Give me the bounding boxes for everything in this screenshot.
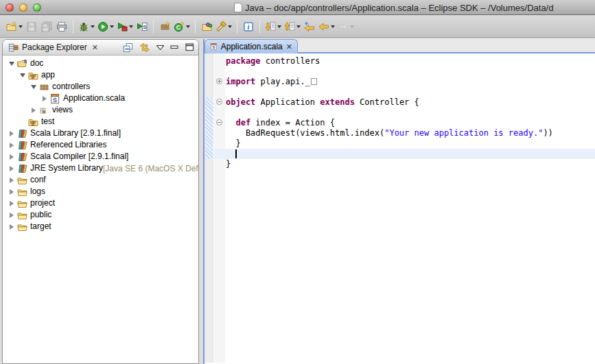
new-java-package-button[interactable] (157, 19, 172, 35)
tree-item-scala[interactable]: Scala Compiler [2.9.1.final] (3, 151, 198, 162)
close-button[interactable] (5, 3, 14, 12)
tree-item-application.scala[interactable]: SApplication.scala (3, 93, 198, 104)
tree-item-public[interactable]: public (3, 209, 198, 221)
tree-item-label: project (30, 197, 55, 209)
collapse-arrow-icon[interactable] (29, 82, 38, 92)
dropdown-arrow-icon[interactable] (277, 25, 281, 28)
tree-item-controllers[interactable]: controllers (3, 81, 198, 93)
tree-item-label: views (52, 104, 73, 116)
tab-package-explorer[interactable]: Package Explorer ✕ (3, 40, 104, 55)
zoom-button[interactable] (33, 3, 41, 12)
toolbar-separator (237, 20, 237, 34)
window-title: Java – doc/app/controllers/Application.s… (234, 2, 595, 13)
tree-item-logs[interactable]: logs (3, 186, 198, 197)
tree-item-views[interactable]: views (3, 104, 198, 116)
tree-item-project[interactable]: project (3, 197, 198, 209)
code-line: } (226, 159, 595, 169)
collapse-arrow-icon[interactable] (7, 59, 16, 69)
tree-item-label: controllers (52, 81, 90, 93)
tree-item-test[interactable]: test (3, 116, 198, 128)
folder-icon (16, 210, 28, 221)
expand-arrow-icon[interactable] (29, 106, 38, 115)
tree-item-target[interactable]: target (3, 221, 198, 232)
dropdown-arrow-icon[interactable] (91, 25, 95, 28)
collapse-fold-icon[interactable] (216, 119, 222, 125)
new-wizard-button[interactable] (4, 19, 24, 35)
expand-arrow-icon[interactable] (7, 187, 16, 197)
code-text[interactable]: package controllersimport play.api._obje… (226, 56, 595, 169)
dropdown-arrow-icon[interactable] (110, 25, 114, 28)
collapse-fold-icon[interactable] (216, 99, 222, 105)
expand-arrow-icon[interactable] (7, 210, 16, 220)
save-icon (26, 21, 37, 32)
svg-text:i: i (248, 23, 250, 31)
close-editor-icon[interactable]: ✕ (286, 43, 292, 51)
expand-fold-icon[interactable] (216, 78, 222, 84)
tree-item-referenced[interactable]: Referenced Libraries (3, 139, 198, 151)
expand-arrow-icon[interactable] (7, 164, 16, 173)
minimize-icon[interactable] (170, 44, 179, 51)
maximize-icon[interactable] (185, 43, 194, 51)
last-edit-icon (304, 21, 315, 32)
new-java-class-button[interactable]: C (172, 19, 191, 35)
expand-arrow-icon[interactable] (7, 199, 16, 208)
svg-text:S: S (23, 58, 27, 63)
dropdown-arrow-icon[interactable] (186, 25, 190, 28)
next-annotation-button[interactable] (264, 19, 283, 35)
tree-item-label: app (41, 69, 55, 81)
tree-item-app[interactable]: app (3, 69, 198, 81)
back-button[interactable] (317, 19, 336, 35)
tab-application-scala[interactable]: S Application.scala ✕ (205, 39, 298, 53)
collapse-all-icon[interactable] (123, 43, 133, 53)
expand-arrow-icon[interactable] (7, 129, 16, 138)
svg-text:S: S (53, 96, 57, 103)
link-with-editor-icon[interactable] (139, 43, 150, 53)
view-menu-icon[interactable] (156, 45, 164, 51)
external-tools-button[interactable] (115, 19, 135, 35)
dropdown-arrow-icon[interactable] (228, 25, 232, 28)
document-proxy-icon (234, 3, 242, 12)
print-button[interactable] (54, 19, 69, 35)
dropdown-arrow-icon[interactable] (129, 25, 133, 28)
flashlight-icon (215, 21, 226, 32)
dropdown-arrow-icon[interactable] (350, 25, 354, 28)
collapse-arrow-icon[interactable] (18, 71, 27, 80)
search-button[interactable] (214, 19, 233, 35)
tree-item-conf[interactable]: conf (3, 174, 198, 186)
package-explorer-header: Package Explorer ✕ (3, 40, 198, 56)
debug-button[interactable] (77, 19, 96, 35)
folder-icon (16, 175, 28, 186)
run-scala-application-button[interactable]: S (135, 19, 150, 35)
editor-body[interactable]: package controllersimport play.api._obje… (205, 53, 595, 363)
run-button[interactable] (96, 19, 115, 35)
tree-item-doc[interactable]: Sdoc (3, 58, 198, 69)
folder-icon (16, 221, 28, 232)
expand-arrow-icon[interactable] (7, 141, 16, 150)
previous-annotation-icon (284, 21, 295, 32)
main-toolbar: SCi (0, 16, 595, 38)
tree-item-label: public (30, 209, 51, 221)
new-wizard-icon (5, 21, 17, 32)
expand-arrow-icon[interactable] (7, 222, 16, 232)
toggle-implicit-highlighting-button[interactable]: i (241, 19, 256, 35)
previous-annotation-button[interactable] (283, 19, 302, 35)
open-plugin-artifact-button[interactable] (199, 19, 214, 35)
package-icon (38, 82, 50, 93)
dropdown-arrow-icon[interactable] (331, 25, 335, 28)
next-annotation-icon (265, 21, 276, 32)
dropdown-arrow-icon[interactable] (296, 25, 301, 28)
tree-item-scala[interactable]: Scala Library [2.9.1.final] (3, 128, 198, 139)
dropdown-arrow-icon[interactable] (19, 25, 23, 28)
expand-arrow-icon[interactable] (7, 175, 16, 185)
source-folder-icon (27, 70, 39, 81)
tree-item-jre[interactable]: JRE System Library [Java SE 6 (MacOS X D… (3, 162, 198, 174)
close-view-icon[interactable]: ✕ (92, 43, 98, 52)
expand-arrow-icon[interactable] (40, 94, 49, 104)
expand-arrow-icon[interactable] (7, 152, 16, 162)
folded-region-box[interactable] (311, 78, 317, 85)
plugin-folder-icon (201, 21, 213, 32)
save-all-button (39, 19, 54, 35)
scala-file-icon: S (210, 42, 218, 51)
minimize-button[interactable] (19, 3, 27, 12)
last-edit-location-button[interactable] (302, 19, 317, 35)
